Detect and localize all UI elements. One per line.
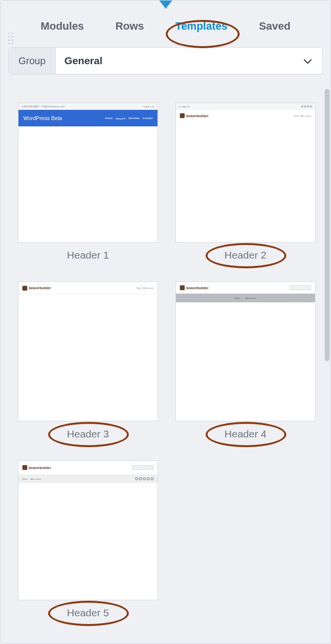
thumb-menu: Home Add a menu [294,115,311,117]
beaver-icon [180,285,185,290]
template-label: Header 4 [225,428,266,440]
template-thumb: beaverbuilder HomeAdd a menu [175,281,315,421]
thumb-topbar-text: 1-800-999-8889 — hi@loremipsum.com [21,105,65,108]
thumb-social-icons [135,477,154,480]
template-label: Header 5 [67,607,109,619]
template-thumb: ✆ 1-800-555 beaverbuilder Home Add a men… [175,103,315,243]
thumb-social-icons: f ✦ ◉ ✉ in G+ [143,105,155,108]
tab-rows[interactable]: Rows [115,20,144,33]
group-selector[interactable]: Group General [8,47,323,74]
tab-modules[interactable]: Modules [40,20,84,33]
beaver-icon [22,465,27,470]
template-thumb: beaverbuilder Home Add a menu [18,281,158,421]
drag-handle-icon[interactable] [8,33,13,44]
group-value: General [56,55,293,67]
template-card-header-4[interactable]: beaverbuilder HomeAdd a menu Header 4 [175,281,315,440]
thumb-search [132,465,154,470]
thumb-logo: beaverbuilder [180,113,209,118]
thumb-menu: Home Add a menu [137,287,154,289]
tab-saved[interactable]: Saved [259,20,291,33]
template-label: Header 2 [225,249,266,261]
templates-scroll-area[interactable]: 1-800-999-8889 — hi@loremipsum.com f ✦ ◉… [0,88,331,641]
thumb-brand: WordPress Beta [23,115,62,121]
templates-grid: 1-800-999-8889 — hi@loremipsum.com f ✦ ◉… [0,88,331,633]
tab-templates[interactable]: Templates [175,20,227,33]
thumb-menu-bar: HomeAdd a menu [18,474,157,483]
thumb-menu-bar: HomeAdd a menu [176,294,315,302]
thumb-topbar-text: ✆ 1-800-555 [179,105,190,108]
content-panel: Modules Rows Templates Saved Group Gener… [0,0,331,644]
panel-pointer-icon [159,0,173,9]
template-label: Header 3 [67,428,109,440]
template-card-header-1[interactable]: 1-800-999-8889 — hi@loremipsum.com f ✦ ◉… [18,103,158,261]
scrollbar[interactable] [325,88,330,641]
thumb-search [290,285,311,290]
thumb-menu: Home About ▾ Services Contact [105,117,153,120]
template-card-header-3[interactable]: beaverbuilder Home Add a menu Header 3 [18,281,158,440]
template-label: Header 1 [67,249,109,261]
beaver-icon [22,286,27,291]
group-label: Group [9,48,56,74]
template-thumb: beaverbuilder HomeAdd a menu [18,460,158,600]
scrollbar-thumb[interactable] [325,89,330,361]
template-card-header-2[interactable]: ✆ 1-800-555 beaverbuilder Home Add a men… [175,103,315,261]
thumb-logo: beaverbuilder [22,465,51,470]
template-thumb: 1-800-999-8889 — hi@loremipsum.com f ✦ ◉… [18,103,158,243]
chevron-down-icon [293,55,322,67]
thumb-logo: beaverbuilder [180,285,209,290]
thumb-logo: beaverbuilder [22,286,51,291]
thumb-social-icons [301,105,312,107]
template-card-header-5[interactable]: beaverbuilder HomeAdd a menu Header 5 [18,460,158,619]
beaver-icon [180,113,185,118]
